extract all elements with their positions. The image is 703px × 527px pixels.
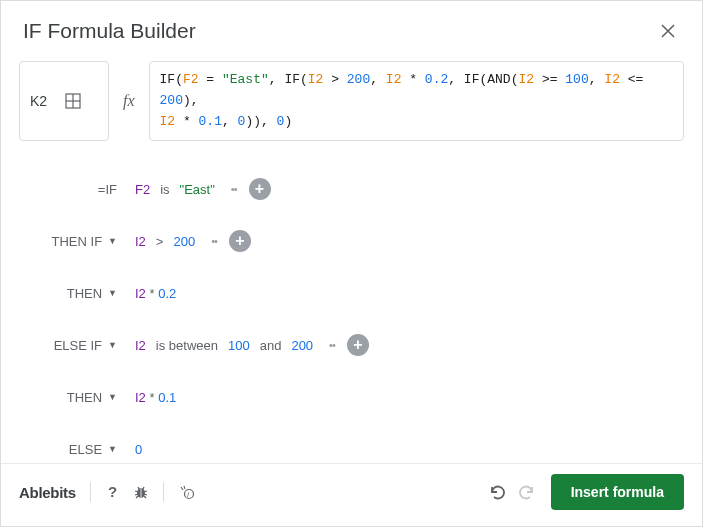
- divider: [163, 482, 164, 502]
- bug-button[interactable]: [133, 484, 149, 500]
- help-button[interactable]: ?: [105, 484, 119, 500]
- chevron-down-icon[interactable]: ▼: [108, 340, 117, 350]
- add-condition-button[interactable]: +: [249, 178, 271, 200]
- divider: [90, 482, 91, 502]
- rule-row-if[interactable]: =IF F2 is "East" •• +: [15, 163, 688, 215]
- rule-operator[interactable]: >: [156, 234, 164, 249]
- chevron-down-icon[interactable]: ▼: [108, 392, 117, 402]
- dialog-title: IF Formula Builder: [23, 19, 196, 43]
- svg-line-10: [136, 496, 138, 498]
- help-icon: ?: [105, 484, 119, 500]
- rule-row-else-if[interactable]: ELSE IF▼ I2 is between 100 and 200 •• +: [15, 319, 688, 371]
- chevron-down-icon[interactable]: ▼: [108, 288, 117, 298]
- cell-reference-box[interactable]: K2: [19, 61, 109, 141]
- svg-point-14: [184, 490, 193, 499]
- svg-line-11: [144, 496, 146, 498]
- rule-cell[interactable]: F2: [135, 182, 150, 197]
- rule-row-then[interactable]: THEN▼ I2 * 0.2: [15, 267, 688, 319]
- rule-label: ELSE: [69, 442, 102, 457]
- drag-handle-icon[interactable]: ••: [231, 183, 237, 195]
- insert-formula-button[interactable]: Insert formula: [551, 474, 684, 510]
- rule-and-label: and: [260, 338, 282, 353]
- cell-reference-text: K2: [30, 93, 47, 109]
- rule-value-2[interactable]: 200: [291, 338, 313, 353]
- add-condition-button[interactable]: +: [347, 334, 369, 356]
- info-icon: i: [178, 484, 194, 500]
- rule-value[interactable]: 200: [173, 234, 195, 249]
- add-condition-button[interactable]: +: [229, 230, 251, 252]
- svg-line-13: [143, 487, 144, 489]
- undo-icon: [487, 483, 505, 501]
- rules-list: =IF F2 is "East" •• + THEN IF▼ I2 > 200 …: [1, 153, 702, 463]
- rule-label: THEN IF: [52, 234, 103, 249]
- drag-handle-icon[interactable]: ••: [329, 339, 335, 351]
- rule-operator[interactable]: is between: [156, 338, 218, 353]
- rule-row-else[interactable]: ELSE▼ 0: [15, 423, 688, 463]
- brand-label: Ablebits: [19, 484, 76, 501]
- rule-operator[interactable]: is: [160, 182, 169, 197]
- rule-cell[interactable]: I2: [135, 234, 146, 249]
- undo-button[interactable]: [487, 483, 505, 501]
- bug-icon: [133, 484, 149, 500]
- close-icon: [660, 23, 676, 39]
- rule-cell[interactable]: I2: [135, 338, 146, 353]
- rule-label: THEN: [67, 286, 102, 301]
- svg-text:i: i: [187, 491, 189, 498]
- rule-value-1[interactable]: 100: [228, 338, 250, 353]
- svg-text:?: ?: [108, 484, 117, 500]
- svg-line-12: [138, 487, 139, 489]
- drag-handle-icon[interactable]: ••: [211, 235, 217, 247]
- close-button[interactable]: [656, 19, 680, 43]
- grid-icon: [65, 93, 81, 109]
- chevron-down-icon[interactable]: ▼: [108, 444, 117, 454]
- chevron-down-icon[interactable]: ▼: [108, 236, 117, 246]
- redo-icon: [519, 483, 537, 501]
- formula-preview[interactable]: IF(F2 = "East", IF(I2 > 200, I2 * 0.2, I…: [149, 61, 684, 141]
- rule-expression[interactable]: I2 * 0.2: [135, 286, 176, 301]
- rule-row-then-if[interactable]: THEN IF▼ I2 > 200 •• +: [15, 215, 688, 267]
- fx-label: fx: [119, 61, 139, 141]
- info-button[interactable]: i: [178, 484, 194, 500]
- redo-button[interactable]: [519, 483, 537, 501]
- rule-label: ELSE IF: [54, 338, 102, 353]
- rule-row-then-2[interactable]: THEN▼ I2 * 0.1: [15, 371, 688, 423]
- rule-value[interactable]: "East": [180, 182, 215, 197]
- rule-expression[interactable]: I2 * 0.1: [135, 390, 176, 405]
- rule-label: THEN: [67, 390, 102, 405]
- rule-label: =IF: [98, 182, 117, 197]
- rule-value[interactable]: 0: [135, 442, 142, 457]
